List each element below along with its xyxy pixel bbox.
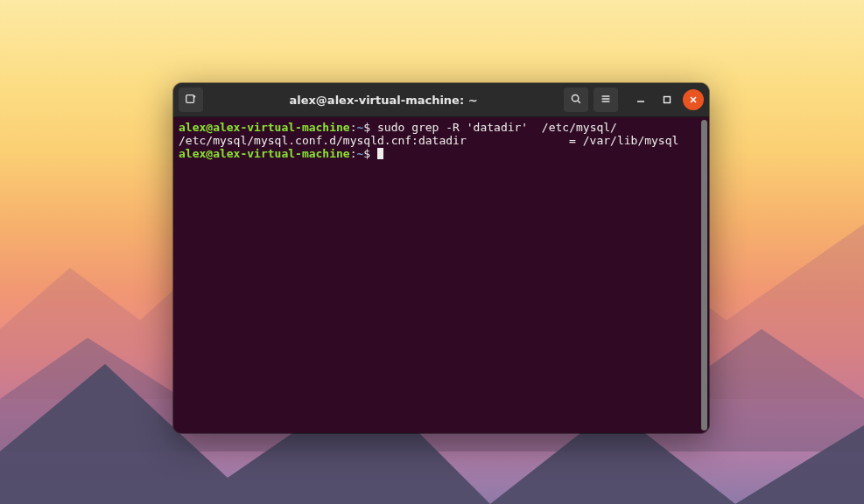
command-line-2	[370, 147, 377, 160]
prompt-at: @	[206, 121, 213, 134]
close-icon	[689, 94, 698, 107]
terminal-window[interactable]: alex@alex-virtual-machine: ~	[173, 83, 709, 433]
close-button[interactable]	[683, 89, 704, 110]
search-button[interactable]	[564, 88, 588, 112]
new-tab-icon	[185, 93, 197, 108]
menu-button[interactable]	[594, 88, 618, 112]
prompt-colon-2: :	[350, 147, 357, 160]
maximize-icon	[663, 94, 671, 107]
prompt-colon: :	[350, 121, 357, 134]
terminal-body[interactable]: alex@alex-virtual-machine:~$ sudo grep -…	[173, 117, 709, 433]
window-title: alex@alex-virtual-machine: ~	[208, 94, 558, 107]
desktop-wallpaper: alex@alex-virtual-machine: ~	[0, 0, 864, 504]
svg-line-4	[578, 100, 580, 102]
terminal-cursor	[377, 148, 383, 159]
svg-point-3	[572, 94, 578, 101]
prompt-host-2: alex-virtual-machine	[213, 147, 350, 160]
prompt-user: alex	[179, 121, 206, 134]
terminal-scrollbar[interactable]	[701, 120, 707, 430]
maximize-button[interactable]	[657, 89, 678, 110]
search-icon	[570, 93, 582, 108]
prompt-user-2: alex	[179, 147, 206, 160]
prompt-dollar-2: $	[363, 147, 370, 160]
prompt-host: alex-virtual-machine	[213, 121, 350, 134]
svg-rect-9	[664, 96, 671, 102]
minimize-button[interactable]	[630, 89, 651, 110]
svg-rect-0	[186, 94, 194, 102]
output-line-1: /etc/mysql/mysql.conf.d/mysqld.cnf:datad…	[179, 134, 678, 147]
command-line-1: sudo grep -R 'datadir' /etc/mysql/	[370, 121, 617, 134]
prompt-dollar: $	[363, 121, 370, 134]
hamburger-menu-icon	[600, 93, 612, 108]
terminal-output[interactable]: alex@alex-virtual-machine:~$ sudo grep -…	[179, 121, 704, 160]
titlebar[interactable]: alex@alex-virtual-machine: ~	[173, 83, 709, 117]
new-tab-button[interactable]	[179, 88, 203, 112]
prompt-at-2: @	[206, 147, 213, 160]
minimize-icon	[636, 94, 645, 107]
